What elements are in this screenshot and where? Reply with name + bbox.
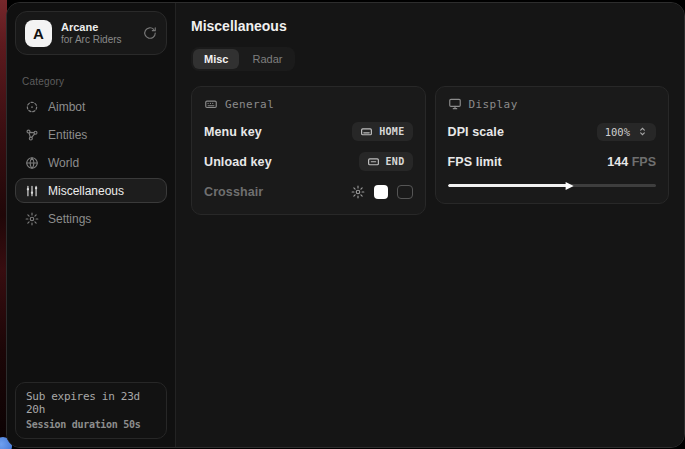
sidebar-item-label: Aimbot xyxy=(48,100,85,114)
main-content: Miscellaneous Misc Radar General Menu ke… xyxy=(176,3,684,447)
sidebar-item-world[interactable]: World xyxy=(15,150,167,175)
dpi-scale-row: DPI scale 100% xyxy=(448,122,657,141)
panels-row: General Menu key HOME Unload key xyxy=(191,86,669,215)
monitor-icon xyxy=(448,97,462,111)
sidebar: A Arcane for Arc Riders Category Aimbot xyxy=(7,3,176,447)
sidebar-item-aimbot[interactable]: Aimbot xyxy=(15,94,167,119)
fps-limit-label: FPS limit xyxy=(448,155,502,169)
general-panel-title: General xyxy=(225,98,274,111)
keyboard-icon xyxy=(360,125,373,138)
sidebar-item-label: World xyxy=(48,156,79,170)
refresh-icon[interactable] xyxy=(143,26,157,40)
app-name: Arcane xyxy=(61,21,122,33)
sidebar-item-label: Entities xyxy=(48,128,87,142)
sliders-icon xyxy=(25,184,39,198)
fps-slider-thumb[interactable] xyxy=(566,182,574,190)
brand-card: A Arcane for Arc Riders xyxy=(15,11,167,55)
fps-slider-fill xyxy=(448,184,569,187)
brand-text: Arcane for Arc Riders xyxy=(61,21,122,45)
sidebar-item-miscellaneous[interactable]: Miscellaneous xyxy=(15,178,167,203)
crosshair-icon xyxy=(25,100,39,114)
fps-number: 144 xyxy=(607,155,628,169)
dpi-scale-label: DPI scale xyxy=(448,125,505,139)
dpi-scale-select[interactable]: 100% xyxy=(597,123,656,141)
crosshair-color-swatch[interactable] xyxy=(374,185,388,199)
gear-icon xyxy=(25,212,39,226)
dpi-scale-value: 100% xyxy=(605,126,630,138)
sidebar-item-entities[interactable]: Entities xyxy=(15,122,167,147)
general-panel: General Menu key HOME Unload key xyxy=(191,86,426,215)
tab-group: Misc Radar xyxy=(191,47,295,71)
fps-unit: FPS xyxy=(632,155,656,169)
slider-track xyxy=(448,184,657,187)
menu-key-bind-button[interactable]: HOME xyxy=(352,122,412,141)
fps-limit-slider[interactable] xyxy=(448,181,657,190)
category-label: Category xyxy=(22,76,160,87)
display-panel-title: Display xyxy=(469,98,518,111)
crosshair-checkbox[interactable] xyxy=(397,185,413,199)
crosshair-label: Crosshair xyxy=(204,185,263,199)
subscription-card: Sub expires in 23d 20h Session duration … xyxy=(15,382,167,439)
fps-limit-row: FPS limit 144 FPS xyxy=(448,152,657,171)
menu-key-value: HOME xyxy=(379,126,404,137)
crosshair-row: Crosshair xyxy=(204,182,413,201)
crosshair-controls xyxy=(351,185,413,199)
display-panel-header: Display xyxy=(448,97,657,111)
sub-expiry-text: Sub expires in 23d 20h xyxy=(26,390,156,416)
entities-icon xyxy=(25,128,39,142)
sidebar-item-label: Miscellaneous xyxy=(48,184,124,198)
sidebar-item-label: Settings xyxy=(48,212,91,226)
fps-limit-value: 144 FPS xyxy=(607,155,656,169)
page-title: Miscellaneous xyxy=(191,18,669,34)
menu-key-row: Menu key HOME xyxy=(204,122,413,141)
crosshair-settings-gear-icon[interactable] xyxy=(351,185,365,199)
unload-key-label: Unload key xyxy=(204,155,272,169)
session-duration-text: Session duration 50s xyxy=(26,419,156,430)
tab-radar[interactable]: Radar xyxy=(241,49,293,69)
keyboard-icon xyxy=(367,155,380,168)
menu-key-label: Menu key xyxy=(204,125,262,139)
display-panel: Display DPI scale 100% FPS limit xyxy=(435,86,670,204)
select-arrows-icon xyxy=(637,126,648,137)
sidebar-item-settings[interactable]: Settings xyxy=(15,206,167,231)
app-subtitle: for Arc Riders xyxy=(61,34,122,45)
unload-key-bind-button[interactable]: END xyxy=(359,152,413,171)
app-logo: A xyxy=(25,20,52,47)
unload-key-row: Unload key END xyxy=(204,152,413,171)
general-panel-header: General xyxy=(204,97,413,111)
tab-misc[interactable]: Misc xyxy=(193,49,239,69)
keyboard-icon xyxy=(204,97,218,111)
globe-icon xyxy=(25,156,39,170)
sidebar-nav: Aimbot Entities World xyxy=(7,94,175,231)
arcane-window: A Arcane for Arc Riders Category Aimbot xyxy=(6,2,685,448)
unload-key-value: END xyxy=(386,156,405,167)
